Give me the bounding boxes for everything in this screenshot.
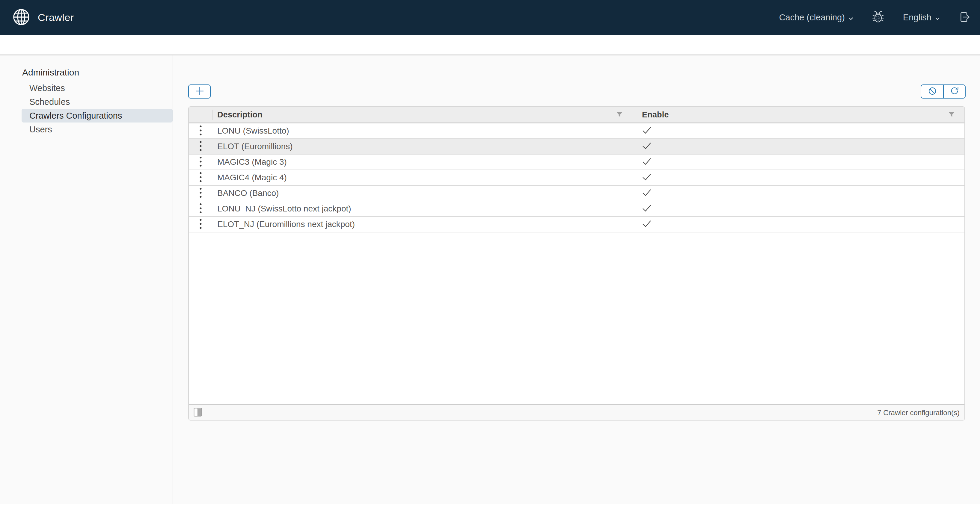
row-description: LONU (SwissLotto)	[213, 126, 635, 136]
row-actions-kebab[interactable]	[199, 218, 202, 230]
description-filter-button[interactable]	[616, 112, 623, 118]
main-panel: Description Enable	[173, 56, 980, 504]
enabled-check-icon	[642, 142, 652, 151]
grid-actions-group	[921, 84, 966, 98]
enable-column-label: Enable	[642, 110, 669, 119]
enabled-check-icon	[642, 173, 652, 182]
language-dropdown[interactable]: English	[903, 13, 940, 22]
enabled-check-icon	[642, 204, 652, 213]
table-empty-area	[189, 232, 964, 404]
table-row[interactable]: LONU_NJ (SwissLotto next jackpot)	[189, 201, 964, 217]
debug-button[interactable]	[871, 10, 885, 25]
brand: Crawler	[12, 8, 74, 27]
bug-icon	[871, 10, 885, 25]
chevron-down-icon	[935, 13, 940, 22]
topbar-actions: Cache (cleaning)	[779, 10, 971, 25]
kebab-icon	[199, 172, 202, 184]
sidebar-item-label: Schedules	[29, 97, 70, 106]
header-enable-column: Enable	[635, 107, 964, 122]
add-configuration-button[interactable]	[188, 84, 211, 98]
table-row[interactable]: MAGIC4 (Magic 4)	[189, 170, 964, 186]
column-toggle-button[interactable]	[194, 408, 202, 418]
sidebar-item-crawlers-configurations[interactable]: Crawlers Configurations	[22, 109, 173, 122]
sidebar-item-label: Crawlers Configurations	[29, 111, 122, 121]
datagrid-toolbar	[188, 84, 966, 98]
globe-icon	[12, 8, 30, 27]
row-description: BANCO (Banco)	[213, 188, 635, 198]
language-dropdown-label: English	[903, 13, 931, 22]
table-row[interactable]: BANCO (Banco)	[189, 186, 964, 201]
enabled-check-icon	[642, 189, 652, 198]
row-actions-kebab[interactable]	[199, 187, 202, 199]
table-row[interactable]: LONU (SwissLotto)	[189, 124, 964, 139]
kebab-icon	[199, 218, 202, 230]
row-description: LONU_NJ (SwissLotto next jackpot)	[213, 204, 635, 214]
table-footer: 7 Crawler configuration(s)	[189, 404, 964, 420]
row-actions-kebab[interactable]	[199, 125, 202, 137]
row-description: MAGIC3 (Magic 3)	[213, 157, 635, 167]
sidebar-items: Websites Schedules Crawlers Configuratio…	[0, 81, 173, 136]
chevron-down-icon	[848, 13, 853, 22]
row-actions-kebab[interactable]	[199, 172, 202, 184]
subheader-band	[0, 35, 980, 56]
ban-icon	[927, 86, 938, 97]
plus-icon	[195, 86, 204, 97]
table-row[interactable]: ELOT (Euromillions)	[189, 139, 964, 154]
header-description-column: Description	[213, 107, 635, 122]
sidebar-item-label: Websites	[29, 83, 65, 93]
content: Administration Websites Schedules Crawle…	[0, 56, 980, 504]
refresh-button[interactable]	[943, 85, 965, 98]
row-count-label: 7 Crawler configuration(s)	[877, 408, 959, 417]
sidebar-item-users[interactable]: Users	[22, 122, 173, 136]
row-description: ELOT_NJ (Euromillions next jackpot)	[213, 219, 635, 229]
cache-dropdown[interactable]: Cache (cleaning)	[779, 13, 853, 22]
description-column-label: Description	[217, 110, 262, 119]
crawler-configurations-table: Description Enable	[188, 106, 965, 421]
cache-dropdown-label: Cache (cleaning)	[779, 13, 845, 22]
kebab-icon	[199, 140, 202, 152]
logout-icon	[958, 11, 971, 25]
sidebar: Administration Websites Schedules Crawle…	[0, 56, 173, 504]
kebab-icon	[199, 203, 202, 215]
column-toggle-icon	[194, 408, 202, 418]
refresh-icon	[949, 86, 960, 97]
disable-button[interactable]	[921, 85, 943, 98]
topbar: Crawler Cache (cleaning)	[0, 0, 980, 35]
enabled-check-icon	[642, 220, 652, 229]
enabled-check-icon	[642, 126, 652, 135]
table-row[interactable]: ELOT_NJ (Euromillions next jackpot)	[189, 217, 964, 232]
sidebar-item-label: Users	[29, 125, 52, 134]
row-actions-kebab[interactable]	[199, 203, 202, 215]
enable-filter-button[interactable]	[948, 112, 955, 118]
table-row[interactable]: MAGIC3 (Magic 3)	[189, 154, 964, 170]
kebab-icon	[199, 156, 202, 168]
row-actions-kebab[interactable]	[199, 156, 202, 168]
sidebar-item-websites[interactable]: Websites	[22, 81, 173, 95]
logout-button[interactable]	[958, 11, 971, 25]
app-title: Crawler	[38, 12, 74, 23]
enabled-check-icon	[642, 157, 652, 167]
row-actions-kebab[interactable]	[199, 140, 202, 152]
table-header: Description Enable	[189, 107, 964, 124]
filter-funnel-icon	[948, 112, 955, 118]
sidebar-item-schedules[interactable]: Schedules	[22, 95, 173, 109]
kebab-icon	[199, 187, 202, 199]
row-description: MAGIC4 (Magic 4)	[213, 173, 635, 183]
row-description: ELOT (Euromillions)	[213, 142, 635, 151]
table-body: LONU (SwissLotto) ELOT (Euromillions)	[189, 124, 964, 232]
kebab-icon	[199, 125, 202, 137]
sidebar-section-title: Administration	[22, 65, 173, 79]
header-actions-column	[189, 107, 213, 122]
filter-funnel-icon	[616, 112, 623, 118]
